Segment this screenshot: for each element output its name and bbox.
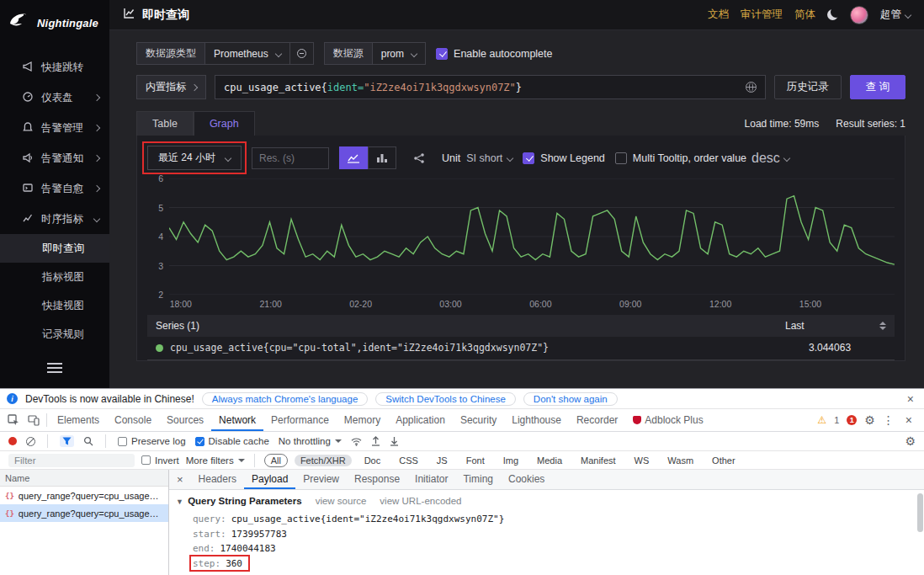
disable-cache-toggle[interactable]: Disable cache (195, 436, 269, 446)
history-button[interactable]: 历史记录 (774, 75, 842, 99)
multi-tooltip-toggle[interactable]: Multi Tooltip, order value desc (615, 151, 789, 166)
search-icon[interactable] (83, 436, 93, 446)
inspect-element-icon[interactable] (3, 409, 24, 431)
sidebar-subitem-quick-views[interactable]: 快捷视图 (0, 291, 109, 320)
autocomplete-checkbox[interactable] (436, 48, 448, 60)
sidebar-subitem-instant-query[interactable]: 即时查询 (0, 234, 109, 263)
bar-chart-button[interactable] (368, 146, 396, 169)
more-options-icon[interactable]: ⋮ (883, 413, 895, 427)
invert-toggle[interactable]: Invert (141, 455, 179, 466)
sidebar-item-alert-manage[interactable]: 告警管理 (0, 113, 109, 143)
tab-table[interactable]: Table (136, 111, 194, 136)
tab-security[interactable]: Security (453, 410, 504, 431)
section-toggle[interactable]: ▼ Query String Parameters (176, 496, 302, 506)
sidebar-subitem-record-rules[interactable]: 记录规则 (0, 320, 109, 349)
tab-recorder[interactable]: Recorder (569, 410, 625, 431)
tab-performance[interactable]: Performance (263, 410, 337, 431)
preserve-log-toggle[interactable]: Preserve log (118, 436, 186, 446)
record-icon[interactable] (8, 437, 17, 445)
tab-sources[interactable]: Sources (159, 410, 211, 431)
collapse-menu-icon[interactable] (47, 363, 62, 373)
switch-chinese-button[interactable]: Switch DevTools to Chinese (375, 392, 516, 406)
filter-type-all[interactable]: All (264, 454, 288, 467)
timeseries-chart[interactable]: 65432 18:0021:0002-2003:0006:0009:0012:0… (147, 178, 895, 313)
throttling-select[interactable]: No throttling (279, 436, 342, 446)
resolution-input[interactable] (252, 147, 329, 169)
tab-console[interactable]: Console (107, 410, 159, 431)
tab-network[interactable]: Network (211, 410, 263, 431)
order-select[interactable]: desc (751, 151, 789, 166)
filter-type-doc[interactable]: Doc (358, 455, 387, 466)
filter-type-fetch-xhr[interactable]: Fetch/XHR (295, 455, 352, 466)
disable-cache-checkbox[interactable] (195, 437, 204, 446)
tab-graph[interactable]: Graph (194, 111, 255, 136)
network-conditions-icon[interactable] (351, 437, 362, 446)
sidebar-item-timeseries[interactable]: 时序指标 (0, 204, 109, 234)
sidebar-subitem-metric-views[interactable]: 指标视图 (0, 263, 109, 291)
sidebar-item-alert-selfheal[interactable]: 告警自愈 (0, 173, 109, 204)
name-column-header[interactable]: Name (0, 470, 168, 487)
settings-gear-icon[interactable]: ⚙ (864, 413, 875, 427)
match-language-button[interactable]: Always match Chrome's language (202, 392, 369, 406)
tab-application[interactable]: Application (388, 410, 453, 431)
dont-show-again-button[interactable]: Don't show again (523, 392, 618, 406)
filter-type-css[interactable]: CSS (393, 455, 424, 466)
request-row-selected[interactable]: {} query_range?query=cpu_usage_activ... (0, 504, 168, 522)
datasource-info-button[interactable] (290, 42, 314, 65)
tab-timing[interactable]: Timing (455, 470, 501, 489)
details-close-icon[interactable]: × (169, 473, 191, 486)
tab-lighthouse[interactable]: Lighthouse (504, 410, 569, 431)
filter-type-ws[interactable]: WS (629, 455, 656, 466)
user-menu[interactable]: 超管 (880, 8, 911, 22)
filter-type-font[interactable]: Font (460, 455, 491, 466)
view-url-encoded-link[interactable]: view URL-encoded (380, 496, 461, 506)
filter-type-manifest[interactable]: Manifest (575, 455, 622, 466)
devtools-close-icon[interactable]: × (902, 414, 916, 426)
infobar-close-icon[interactable]: × (904, 393, 917, 405)
export-har-icon[interactable] (390, 436, 399, 446)
view-source-link[interactable]: view source (316, 496, 367, 506)
time-range-select[interactable]: 最近 24 小时 (147, 146, 242, 170)
more-filters-button[interactable]: More filters (186, 455, 245, 466)
unit-select[interactable]: SI short (466, 152, 512, 164)
datasource-type-select[interactable]: Prometheus (205, 42, 290, 65)
chart-plot-area[interactable] (169, 178, 895, 295)
tab-elements[interactable]: Elements (50, 410, 107, 431)
avatar[interactable] (850, 6, 868, 24)
sidebar-item-alert-notify[interactable]: 告警通知 (0, 143, 109, 173)
tab-response[interactable]: Response (347, 470, 407, 489)
filter-type-media[interactable]: Media (531, 455, 568, 466)
filter-type-img[interactable]: Img (497, 455, 524, 466)
import-har-icon[interactable] (371, 436, 380, 446)
network-filter-input[interactable] (8, 454, 135, 467)
sidebar-item-quick-jump[interactable]: 快捷跳转 (0, 52, 109, 83)
preserve-log-checkbox[interactable] (118, 437, 127, 446)
error-badge-icon[interactable]: 1 (847, 415, 857, 425)
builtin-metrics-button[interactable]: 内置指标 (136, 75, 206, 99)
sort-icon[interactable] (879, 322, 886, 330)
query-button[interactable]: 查 询 (850, 75, 905, 99)
clear-icon[interactable] (26, 437, 35, 446)
network-settings-gear-icon[interactable]: ⚙ (905, 434, 916, 448)
filter-funnel-icon[interactable] (60, 435, 74, 447)
tab-initiator[interactable]: Initiator (407, 470, 455, 489)
tab-headers[interactable]: Headers (191, 470, 244, 489)
show-legend-checkbox[interactable] (523, 152, 534, 164)
tab-cookies[interactable]: Cookies (501, 470, 552, 489)
line-chart-button[interactable] (339, 146, 368, 169)
language-link[interactable]: 简体 (794, 8, 815, 22)
tab-adblock-plus[interactable]: Adblock Plus (625, 410, 710, 431)
datasource-select[interactable]: prom (373, 42, 426, 65)
docs-link[interactable]: 文档 (708, 8, 729, 22)
logo[interactable]: Nightingale (0, 0, 109, 52)
multi-tooltip-checkbox[interactable] (615, 152, 627, 164)
filter-type-js[interactable]: JS (431, 455, 454, 466)
tab-payload[interactable]: Payload (244, 470, 295, 489)
filter-type-wasm[interactable]: Wasm (661, 455, 699, 466)
share-button[interactable] (406, 146, 432, 169)
promql-input[interactable]: cpu_usage_active{ident="iZ2ze4oi71k3qgdx… (215, 75, 766, 99)
globe-icon[interactable] (746, 82, 757, 93)
audit-link[interactable]: 审计管理 (741, 8, 783, 22)
scrollbar-thumb[interactable] (917, 493, 923, 532)
sidebar-item-dashboards[interactable]: 仪表盘 (0, 83, 109, 113)
